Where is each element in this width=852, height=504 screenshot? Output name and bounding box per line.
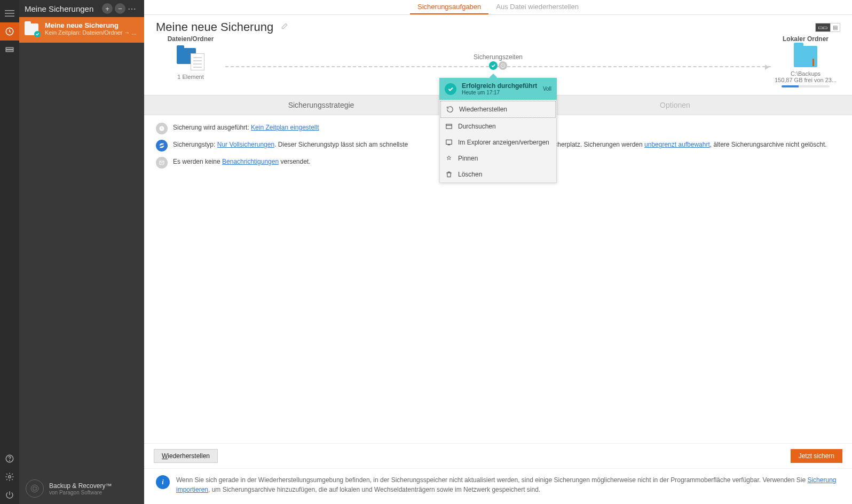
settings-icon[interactable] bbox=[0, 468, 19, 486]
sidebar-item-folder-icon bbox=[25, 21, 41, 37]
menu-delete-label: Löschen bbox=[458, 171, 482, 178]
svg-rect-1 bbox=[5, 13, 14, 14]
info-text2: , um Sicherungsarchive hinzuzufügen, die… bbox=[208, 486, 540, 493]
timeline-node[interactable] bbox=[489, 61, 507, 70]
status-ok-icon bbox=[34, 31, 41, 37]
sidebar-more-icon[interactable]: ⋯ bbox=[125, 4, 139, 14]
txt: Es werden keine bbox=[173, 158, 222, 165]
power-icon[interactable] bbox=[0, 486, 19, 504]
add-backup-button[interactable]: + bbox=[102, 3, 113, 14]
sidebar-item-subtitle: Kein Zeitplan: Dateien/Ordner → ... bbox=[45, 29, 137, 36]
info-strip: i Wenn Sie sich gerade in der Wiederhers… bbox=[144, 468, 852, 504]
dest-path: C:\Backups bbox=[771, 70, 840, 77]
flow-timeline: Sicherungszeiten Erfolgreich durchgeführ… bbox=[225, 35, 771, 84]
flow-destination[interactable]: Lokaler Ordner C:\Backups 150,87 GB frei… bbox=[771, 35, 840, 87]
sidebar-title: Meine Sicherungen bbox=[25, 4, 100, 13]
svg-rect-0 bbox=[5, 10, 14, 11]
menu-pin-label: Pinnen bbox=[458, 155, 478, 162]
view-card-icon[interactable]: ▭▭ bbox=[816, 23, 831, 31]
schedule-link[interactable]: Kein Zeitplan eingestellt bbox=[251, 124, 319, 131]
backup-point-popup: Erfolgreich durchgeführt Heute um 17:17 … bbox=[439, 78, 557, 183]
sidebar-footer: Backup & Recovery™ von Paragon Software bbox=[19, 473, 144, 504]
popup-time: Heute um 17:17 bbox=[462, 90, 543, 95]
txt: Sicherungstyp: bbox=[173, 141, 217, 148]
menu-restore-label: Wiederherstellen bbox=[459, 106, 507, 113]
restore-button[interactable]: Wiederherstellen bbox=[154, 449, 218, 463]
backup-type-link[interactable]: Nur Vollsicherungen bbox=[217, 141, 274, 148]
edit-title-icon[interactable] bbox=[281, 22, 288, 32]
svg-rect-12 bbox=[446, 140, 452, 144]
info-icon: i bbox=[156, 475, 170, 489]
remove-backup-button[interactable]: − bbox=[115, 3, 125, 14]
flow-source[interactable]: Dateien/Ordner 1 Element bbox=[156, 35, 225, 80]
local-folder-icon bbox=[794, 46, 817, 67]
sidebar-item-title: Meine neue Sicherung bbox=[45, 21, 137, 29]
txt: versendet. bbox=[279, 158, 310, 165]
help-icon[interactable] bbox=[0, 450, 19, 468]
menu-delete[interactable]: Löschen bbox=[440, 166, 556, 182]
dest-caption: Lokaler Ordner bbox=[771, 35, 840, 43]
notifications-link[interactable]: Benachrichtigungen bbox=[222, 158, 279, 165]
sidebar-item-backup[interactable]: Meine neue Sicherung Kein Zeitplan: Date… bbox=[19, 17, 144, 43]
view-toggle: ▭▭ ▤ bbox=[815, 23, 841, 32]
backup-tasks-icon[interactable] bbox=[0, 22, 19, 41]
tab-restore-from-file[interactable]: Aus Datei wiederherstellen bbox=[488, 0, 586, 14]
files-folder-icon bbox=[177, 46, 204, 70]
svg-rect-4 bbox=[6, 47, 13, 49]
svg-point-9 bbox=[31, 485, 38, 492]
menu-browse[interactable]: Durchsuchen bbox=[440, 118, 556, 134]
svg-point-7 bbox=[10, 460, 10, 461]
product-logo-icon bbox=[26, 479, 44, 498]
svg-rect-11 bbox=[446, 124, 452, 129]
cycle-icon bbox=[156, 140, 168, 151]
info-text: Wenn Sie sich gerade in der Wiederherste… bbox=[176, 476, 807, 484]
sidebar-header: Meine Sicherungen + − ⋯ bbox=[19, 0, 144, 17]
restore-button-label: iederherstellen bbox=[168, 452, 210, 460]
menu-pin[interactable]: Pinnen bbox=[440, 150, 556, 166]
vendor-name: von Paragon Software bbox=[49, 490, 112, 495]
retention-link[interactable]: unbegrenzt aufbewahrt bbox=[644, 141, 710, 148]
popup-header[interactable]: Erfolgreich durchgeführt Heute um 17:17 … bbox=[439, 78, 557, 100]
mail-icon bbox=[156, 157, 168, 169]
product-name: Backup & Recovery™ bbox=[49, 482, 112, 490]
backup-flow: Dateien/Ordner 1 Element Sicherungszeite… bbox=[144, 35, 852, 95]
timeline-caption: Sicherungszeiten bbox=[474, 53, 523, 61]
backup-now-button[interactable]: Jetzt sichern bbox=[791, 449, 842, 463]
title-row: Meine neue Sicherung ▭▭ ▤ bbox=[144, 15, 852, 35]
success-icon bbox=[445, 83, 456, 95]
usage-bar bbox=[782, 85, 830, 87]
context-menu: Wiederherstellen Durchsuchen Im Explorer… bbox=[439, 100, 557, 183]
top-tabs: Sicherungsaufgaben Aus Datei wiederherst… bbox=[144, 0, 852, 15]
menu-explorer-label: Im Explorer anzeigen/verbergen bbox=[458, 139, 549, 146]
svg-point-8 bbox=[9, 476, 11, 478]
txt: . Dieser Sicherungstyp lässt sich am sch… bbox=[274, 141, 408, 148]
svg-rect-5 bbox=[6, 50, 13, 52]
clock-icon bbox=[156, 123, 168, 134]
menu-browse-label: Durchsuchen bbox=[458, 123, 496, 130]
page-title: Meine neue Sicherung bbox=[156, 20, 273, 34]
checkmark-icon bbox=[489, 61, 498, 70]
view-list-icon[interactable]: ▤ bbox=[831, 23, 840, 31]
dest-usage: 150,87 GB frei von 23... bbox=[771, 77, 840, 83]
txt: , ältere Sicherungsarchive nicht gelösch… bbox=[710, 141, 827, 148]
popup-status: Erfolgreich durchgeführt bbox=[462, 82, 543, 90]
txt: Sicherung wird ausgeführt: bbox=[173, 124, 251, 131]
menu-icon[interactable] bbox=[0, 4, 19, 22]
source-caption: Dateien/Ordner bbox=[156, 35, 225, 43]
action-bar: Wiederherstellen Jetzt sichern bbox=[144, 443, 852, 468]
popup-type-tag: Voll bbox=[543, 86, 551, 92]
menu-explorer[interactable]: Im Explorer anzeigen/verbergen bbox=[440, 134, 556, 150]
menu-restore[interactable]: Wiederherstellen bbox=[440, 101, 556, 118]
tab-backup-tasks[interactable]: Sicherungsaufgaben bbox=[410, 0, 488, 14]
drives-icon[interactable] bbox=[0, 41, 19, 59]
icon-rail bbox=[0, 0, 19, 504]
svg-rect-2 bbox=[5, 16, 14, 17]
main: Sicherungsaufgaben Aus Datei wiederherst… bbox=[144, 0, 852, 504]
source-count: 1 Element bbox=[156, 74, 225, 80]
clock-icon bbox=[499, 61, 507, 70]
sidebar: Meine Sicherungen + − ⋯ Meine neue Siche… bbox=[19, 0, 144, 504]
